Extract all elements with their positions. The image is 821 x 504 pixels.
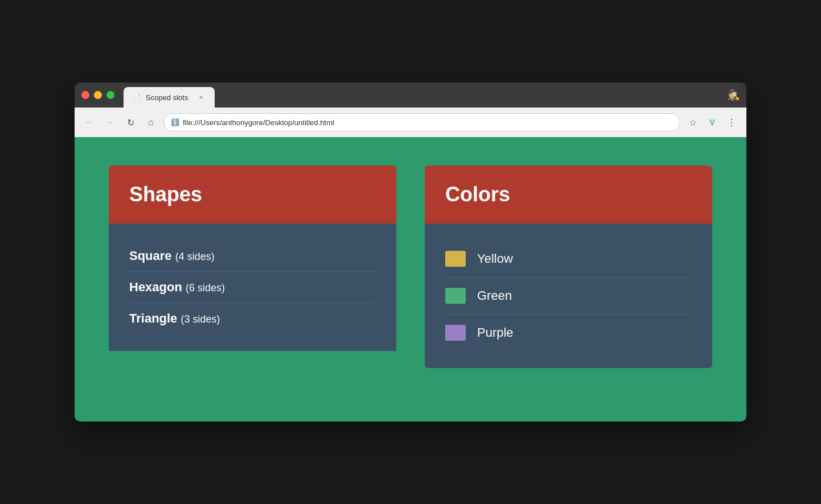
address-bar: ← → ↻ ⌂ ℹ️ file:///Users/anthonygore/Des… [75,108,746,137]
color-name-green: Green [477,288,512,303]
shapes-card: Shapes Square (4 sides) Hexagon (6 sides… [109,166,396,368]
tab-close-button[interactable]: × [196,93,206,102]
traffic-lights [81,91,114,99]
shapes-card-header: Shapes [109,166,396,224]
color-name-purple: Purple [477,325,514,340]
shape-item-hexagon: Hexagon (6 sides) [129,272,376,303]
vuejs-icon: V [709,118,715,127]
shape-name-triangle: Triangle [129,311,180,325]
back-button[interactable]: ← [81,114,97,130]
vuejs-devtools-button[interactable]: V [704,114,720,130]
back-arrow-icon: ← [85,117,94,127]
reload-icon: ↻ [127,117,134,128]
menu-dots-icon: ⋮ [727,117,736,128]
home-button[interactable]: ⌂ [143,114,159,130]
tab-title-area: 📄 Scoped slots [133,93,188,102]
shape-name-square: Square [129,249,175,263]
reload-button[interactable]: ↻ [122,114,138,130]
title-bar-actions: 🕵️ [727,89,740,101]
star-icon: ☆ [689,117,697,128]
maximize-button[interactable] [106,91,114,99]
url-input[interactable]: ℹ️ file:///Users/anthonygore/Desktop/unt… [163,113,680,131]
color-item-green: Green [445,278,692,314]
colors-card: Colors Yellow Green Purple [425,166,712,368]
color-item-yellow: Yellow [445,241,692,277]
colors-card-body: Yellow Green Purple [425,224,712,368]
tab-title: Scoped slots [146,93,188,102]
shape-sides-triangle: (3 sides) [180,313,220,325]
shape-item-square: Square (4 sides) [129,241,376,271]
color-swatch-green [445,288,466,304]
tab-bar: 📄 Scoped slots × [124,82,215,108]
tab-page-icon: 📄 [133,93,141,101]
address-bar-actions: ☆ V ⋮ [685,114,740,130]
browser-window: 📄 Scoped slots × 🕵️ ← → ↻ ⌂ ℹ️ file:///U… [75,82,746,422]
forward-arrow-icon: → [105,117,114,127]
shape-name-hexagon: Hexagon [129,280,186,294]
minimize-button[interactable] [94,91,102,99]
color-item-purple: Purple [445,315,692,351]
shape-item-triangle: Triangle (3 sides) [129,303,376,334]
secure-icon: ℹ️ [171,118,179,126]
shapes-card-body: Square (4 sides) Hexagon (6 sides) Trian… [109,224,396,351]
shape-sides-hexagon: (6 sides) [186,282,225,294]
page-content: Shapes Square (4 sides) Hexagon (6 sides… [75,137,746,422]
shapes-card-title: Shapes [129,183,376,206]
cards-container: Shapes Square (4 sides) Hexagon (6 sides… [109,166,712,368]
color-swatch-yellow [445,251,466,267]
home-icon: ⌂ [148,117,154,127]
close-button[interactable] [81,91,89,99]
url-text: file:///Users/anthonygore/Desktop/untitl… [183,118,334,127]
colors-card-title: Colors [445,183,692,206]
extensions-icon[interactable]: 🕵️ [727,89,740,101]
browser-tab[interactable]: 📄 Scoped slots × [124,87,215,108]
title-bar: 📄 Scoped slots × 🕵️ [75,82,746,108]
colors-card-header: Colors [425,166,712,224]
browser-menu-button[interactable]: ⋮ [724,114,740,130]
color-name-yellow: Yellow [477,251,513,266]
shape-sides-square: (4 sides) [175,251,215,262]
bookmark-button[interactable]: ☆ [685,114,701,130]
color-swatch-purple [445,325,466,341]
forward-button[interactable]: → [102,114,118,130]
